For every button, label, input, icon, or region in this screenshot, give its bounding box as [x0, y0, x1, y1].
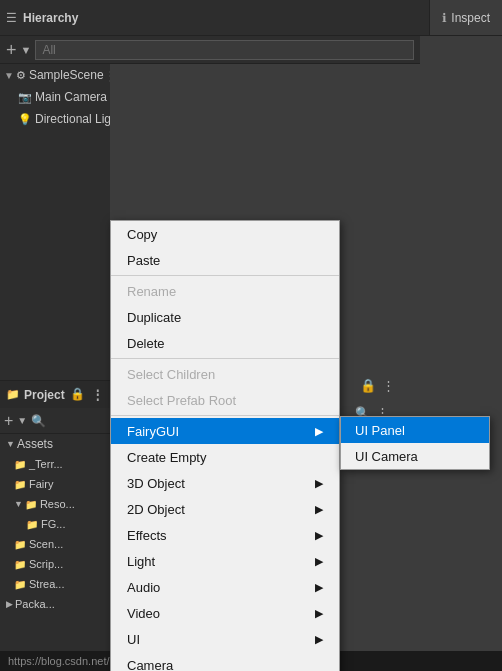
assets-arrow: ▼	[6, 439, 15, 449]
scene-icon: ⚙	[16, 69, 26, 82]
ctx-duplicate[interactable]: Duplicate	[111, 304, 339, 330]
ctx-audio-arrow: ▶	[315, 581, 323, 594]
directional-light-label: Directional Light	[35, 112, 110, 126]
ctx-fairygui-arrow: ▶	[315, 425, 323, 438]
ctx-video[interactable]: Video ▶	[111, 600, 339, 626]
tree-item-directional-light[interactable]: 💡 Directional Light	[0, 108, 110, 130]
ctx-2d-arrow: ▶	[315, 503, 323, 516]
project-item-fairy[interactable]: 📁 Fairy	[0, 474, 110, 494]
submenu-ui-panel-label: UI Panel	[355, 423, 405, 438]
inspect-tab[interactable]: ℹ Inspect	[429, 0, 502, 36]
hierarchy-bottom-icons: 🔒 ⋮	[360, 378, 395, 393]
ctx-video-arrow: ▶	[315, 607, 323, 620]
ctx-fairygui-label: FairyGUI	[127, 424, 179, 439]
project-panel-header: 📁 Project 🔒 ⋮	[0, 380, 110, 408]
project-item-fg[interactable]: 📁 FG...	[0, 514, 110, 534]
context-menu: Copy Paste Rename Duplicate Delete Selec…	[110, 220, 340, 671]
more-bottom-icon[interactable]: ⋮	[382, 378, 395, 393]
project-item-assets[interactable]: ▼ Assets	[0, 434, 110, 454]
reso-label: Reso...	[40, 498, 75, 510]
ctx-duplicate-label: Duplicate	[127, 310, 181, 325]
submenu-ui-camera-label: UI Camera	[355, 449, 418, 464]
ctx-sep-1	[111, 275, 339, 276]
project-dropdown-icon[interactable]: ▼	[17, 415, 27, 426]
scrip-label: Scrip...	[29, 558, 63, 570]
dropdown-icon[interactable]: ▼	[21, 44, 32, 56]
search-input[interactable]	[35, 40, 414, 60]
project-item-packa[interactable]: ▶ Packa...	[0, 594, 110, 614]
ctx-ui[interactable]: UI ▶	[111, 626, 339, 652]
ctx-copy[interactable]: Copy	[111, 221, 339, 247]
add-button[interactable]: +	[6, 41, 17, 59]
reso-arrow: ▼	[14, 499, 23, 509]
project-lock-icon[interactable]: 🔒	[70, 387, 85, 402]
ctx-ui-arrow: ▶	[315, 633, 323, 646]
folder-icon-scen: 📁	[14, 539, 26, 550]
strea-label: Strea...	[29, 578, 64, 590]
packa-label: Packa...	[15, 598, 55, 610]
packa-arrow: ▶	[6, 599, 13, 609]
ctx-rename: Rename	[111, 278, 339, 304]
project-tree: ▼ Assets 📁 _Terr... 📁 Fairy ▼ 📁 Reso... …	[0, 434, 110, 671]
tree-arrow-samplescene: ▼	[4, 70, 14, 81]
ctx-sep-3	[111, 415, 339, 416]
tree-item-samplescene[interactable]: ▼ ⚙ SampleScene ⋮	[0, 64, 110, 86]
project-item-terra[interactable]: 📁 _Terr...	[0, 454, 110, 474]
terra-label: _Terr...	[29, 458, 63, 470]
ctx-select-prefab-root: Select Prefab Root	[111, 387, 339, 413]
project-item-reso[interactable]: ▼ 📁 Reso...	[0, 494, 110, 514]
hierarchy-title: Hierarchy	[23, 11, 78, 25]
search-bar: + ▼	[0, 36, 420, 64]
main-camera-label: Main Camera	[35, 90, 107, 104]
fairygui-submenu: UI Panel UI Camera	[340, 416, 490, 470]
project-item-strea[interactable]: 📁 Strea...	[0, 574, 110, 594]
camera-icon: 📷	[18, 91, 32, 104]
project-menu-icon[interactable]: ⋮	[91, 387, 104, 402]
hierarchy-top-bar: ☰ Hierarchy 🔒 ⋮	[0, 0, 502, 36]
ctx-2d-object-label: 2D Object	[127, 502, 185, 517]
ctx-fairygui[interactable]: FairyGUI ▶ UI Panel UI Camera	[111, 418, 339, 444]
ctx-rename-label: Rename	[127, 284, 176, 299]
ctx-copy-label: Copy	[127, 227, 157, 242]
folder-icon-terra: 📁	[14, 459, 26, 470]
fg-label: FG...	[41, 518, 65, 530]
ctx-paste[interactable]: Paste	[111, 247, 339, 273]
ctx-camera[interactable]: Camera	[111, 652, 339, 671]
project-icon: 📁	[6, 388, 20, 401]
lock-bottom-icon[interactable]: 🔒	[360, 378, 376, 393]
project-add-button[interactable]: +	[4, 412, 13, 430]
project-title: Project	[24, 388, 65, 402]
project-search-icon[interactable]: 🔍	[31, 414, 46, 428]
ctx-select-prefab-root-label: Select Prefab Root	[127, 393, 236, 408]
submenu-ui-panel[interactable]: UI Panel	[341, 417, 489, 443]
ctx-audio[interactable]: Audio ▶	[111, 574, 339, 600]
folder-icon-fg: 📁	[26, 519, 38, 530]
submenu-ui-camera[interactable]: UI Camera	[341, 443, 489, 469]
ctx-3d-object[interactable]: 3D Object ▶	[111, 470, 339, 496]
hierarchy-menu-icon: ☰	[6, 11, 17, 25]
project-item-scrip[interactable]: 📁 Scrip...	[0, 554, 110, 574]
project-item-scen[interactable]: 📁 Scen...	[0, 534, 110, 554]
ctx-2d-object[interactable]: 2D Object ▶	[111, 496, 339, 522]
ctx-3d-object-label: 3D Object	[127, 476, 185, 491]
ctx-light-arrow: ▶	[315, 555, 323, 568]
light-icon: 💡	[18, 113, 32, 126]
ctx-3d-arrow: ▶	[315, 477, 323, 490]
folder-icon-scrip: 📁	[14, 559, 26, 570]
inspect-icon: ℹ	[442, 11, 447, 25]
ctx-create-empty[interactable]: Create Empty	[111, 444, 339, 470]
ctx-effects[interactable]: Effects ▶	[111, 522, 339, 548]
folder-icon-reso: 📁	[25, 499, 37, 510]
ctx-effects-label: Effects	[127, 528, 167, 543]
project-search-bar: + ▼ 🔍	[0, 408, 110, 434]
tree-item-main-camera[interactable]: 📷 Main Camera	[0, 86, 110, 108]
ctx-delete[interactable]: Delete	[111, 330, 339, 356]
ctx-delete-label: Delete	[127, 336, 165, 351]
ctx-video-label: Video	[127, 606, 160, 621]
ctx-light[interactable]: Light ▶	[111, 548, 339, 574]
samplescene-label: SampleScene	[29, 68, 104, 82]
ctx-audio-label: Audio	[127, 580, 160, 595]
ctx-ui-label: UI	[127, 632, 140, 647]
ctx-select-children-label: Select Children	[127, 367, 215, 382]
ctx-effects-arrow: ▶	[315, 529, 323, 542]
